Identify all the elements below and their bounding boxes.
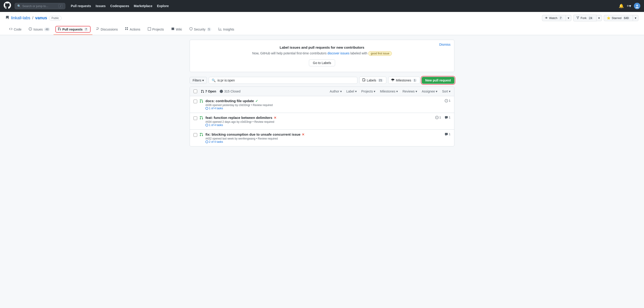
pr-436-title[interactable]: docs: contributing file update ✓ xyxy=(206,99,442,103)
open-prs-count[interactable]: 7 Open xyxy=(201,90,216,93)
pr-search-box[interactable]: 🔍 xyxy=(209,77,358,84)
projects-sort[interactable]: Projects ▾ xyxy=(361,90,375,93)
tab-projects[interactable]: Projects xyxy=(144,24,168,35)
labels-count: 21 xyxy=(378,79,383,82)
filters-button[interactable]: Filters ▾ xyxy=(190,77,207,84)
repo-name[interactable]: vanus xyxy=(35,16,47,20)
svg-point-1 xyxy=(636,4,638,6)
marketplace-link[interactable]: Marketplace xyxy=(134,4,152,8)
codespaces-link[interactable]: Codespaces xyxy=(110,4,129,8)
milestones-button[interactable]: Milestones 1 xyxy=(388,77,420,84)
tab-insights[interactable]: Insights xyxy=(215,24,238,35)
pr-432-right: 1 xyxy=(445,133,450,136)
github-logo[interactable] xyxy=(4,1,11,10)
repo-owner[interactable]: linkall-labs xyxy=(11,16,30,20)
pr-434-meta: #434 opened 2 days ago by c0d33ngr • Rev… xyxy=(206,120,433,127)
topnav-right: 🔔 +▾ xyxy=(619,3,640,9)
issues-icon xyxy=(29,27,32,31)
pr-432-author[interactable]: wenfengwang xyxy=(238,137,255,140)
tab-actions[interactable]: Actions xyxy=(122,24,144,35)
filter-label: Filters xyxy=(192,78,201,82)
tab-code[interactable]: Code xyxy=(6,24,25,35)
pr-436-reviews: 1 xyxy=(445,99,450,102)
fork-button[interactable]: Fork 24 xyxy=(573,15,596,21)
watch-button[interactable]: 👁 Watch 7 xyxy=(542,15,566,21)
pr-432-comments: 1 xyxy=(445,133,450,136)
watch-icon: 👁 xyxy=(545,16,548,20)
pr-434-body: feat: function replace between delimiter… xyxy=(206,116,433,127)
fork-dropdown[interactable]: ▾ xyxy=(596,15,602,21)
tab-security[interactable]: Security 5 xyxy=(186,24,215,35)
contributor-banner: Dismiss Label issues and pull requests f… xyxy=(190,40,454,72)
pr-432-meta: #432 opened last week by wenfengwang • R… xyxy=(206,137,442,144)
security-count: 5 xyxy=(207,27,211,31)
pr-item: docs: contributing file update ✓ #436 op… xyxy=(190,96,454,113)
pr-436-body: docs: contributing file update ✓ #436 op… xyxy=(206,99,442,110)
author-sort[interactable]: Author ▾ xyxy=(330,90,342,93)
actions-icon xyxy=(125,27,128,31)
star-button[interactable]: ⭐ Starred 649 xyxy=(604,15,633,21)
svg-point-5 xyxy=(206,124,208,127)
create-new-icon[interactable]: +▾ xyxy=(626,3,631,8)
pull-requests-link[interactable]: Pull requests xyxy=(71,4,91,8)
sort-sort[interactable]: Sort ▾ xyxy=(442,90,450,93)
go-to-labels-button[interactable]: Go to Labels xyxy=(309,59,335,66)
good-first-issue-badge: good first issue xyxy=(368,51,392,56)
tab-pull-requests[interactable]: Pull requests 7 xyxy=(54,24,92,35)
fork-count: 24 xyxy=(588,16,594,20)
star-label: Starred xyxy=(612,16,622,20)
pr-434-fail-icon: ✕ xyxy=(274,116,276,120)
search-placeholder: Search or jump to... xyxy=(22,4,48,8)
security-icon xyxy=(190,27,192,31)
explore-link[interactable]: Explore xyxy=(157,4,169,8)
assignee-sort[interactable]: Assignee ▾ xyxy=(422,90,438,93)
tab-insights-label: Insights xyxy=(223,27,234,31)
pr-open-icon xyxy=(200,99,203,104)
search-shortcut: / xyxy=(58,4,63,8)
pull-requests-count: 7 xyxy=(84,27,88,31)
pr-436-author[interactable]: c0d33ngr xyxy=(239,104,250,107)
repo-header: linkall-labs / vanus Public 👁 Watch 7 ▾ xyxy=(0,12,644,35)
watch-dropdown[interactable]: ▾ xyxy=(566,15,571,21)
pr-checkbox-436[interactable] xyxy=(194,100,197,103)
pr-checkbox-434[interactable] xyxy=(194,116,197,120)
tab-wiki[interactable]: Wiki xyxy=(168,24,186,35)
notifications-icon[interactable]: 🔔 xyxy=(619,3,624,8)
repo-actions: 👁 Watch 7 ▾ Fork 24 ▾ xyxy=(542,15,638,21)
pr-434-title[interactable]: feat: function replace between delimiter… xyxy=(206,116,433,120)
user-avatar[interactable] xyxy=(634,3,640,9)
filter-chevron-icon: ▾ xyxy=(202,78,204,82)
new-pull-request-button[interactable]: New pull request xyxy=(422,77,454,84)
tab-discussions[interactable]: Discussions xyxy=(92,24,122,35)
topnav-links: Pull requests Issues Codespaces Marketpl… xyxy=(71,4,169,8)
global-search[interactable]: 🔍 Search or jump to... / xyxy=(15,3,65,9)
reviews-sort[interactable]: Reviews ▾ xyxy=(402,90,417,93)
milestones-count: 1 xyxy=(412,79,417,82)
star-dropdown[interactable]: ▾ xyxy=(633,15,638,21)
discover-issues-link[interactable]: discover issues xyxy=(328,51,350,55)
closed-prs-count[interactable]: 315 Closed xyxy=(220,90,240,93)
pull-requests-tab-icon xyxy=(58,27,61,31)
discussions-icon xyxy=(96,27,99,31)
pr-432-title[interactable]: fix: blocking consumption due to unsafe … xyxy=(206,133,442,136)
milestones-sort[interactable]: Milestones ▾ xyxy=(380,90,398,93)
pr-search-input[interactable] xyxy=(218,78,354,82)
dismiss-button[interactable]: Dismiss xyxy=(439,43,450,46)
tab-issues-label: Issues xyxy=(33,27,42,31)
select-all-checkbox[interactable] xyxy=(194,90,197,93)
pr-list: 7 Open 315 Closed Author ▾ Label ▾ Proje… xyxy=(190,87,454,147)
pr-checkbox-432[interactable] xyxy=(194,133,197,137)
star-button-group: ⭐ Starred 649 ▾ xyxy=(604,15,638,21)
pr-434-tasks: 1 of 4 tasks xyxy=(206,124,433,127)
filter-bar: Filters ▾ 🔍 Labels 21 Milestones 1 New p… xyxy=(190,77,454,84)
labels-button[interactable]: Labels 21 xyxy=(359,77,386,84)
label-sort[interactable]: Label ▾ xyxy=(346,90,357,93)
tab-issues[interactable]: Issues 48 xyxy=(25,24,54,35)
pr-436-right: 1 xyxy=(445,99,450,102)
issues-link[interactable]: Issues xyxy=(96,4,106,8)
labels-label: Labels xyxy=(367,78,376,82)
pr-432-fail-icon: ✕ xyxy=(302,133,304,136)
visibility-badge: Public xyxy=(49,16,62,20)
projects-icon xyxy=(148,27,151,31)
pr-434-author[interactable]: c0d33ngr xyxy=(240,120,252,124)
